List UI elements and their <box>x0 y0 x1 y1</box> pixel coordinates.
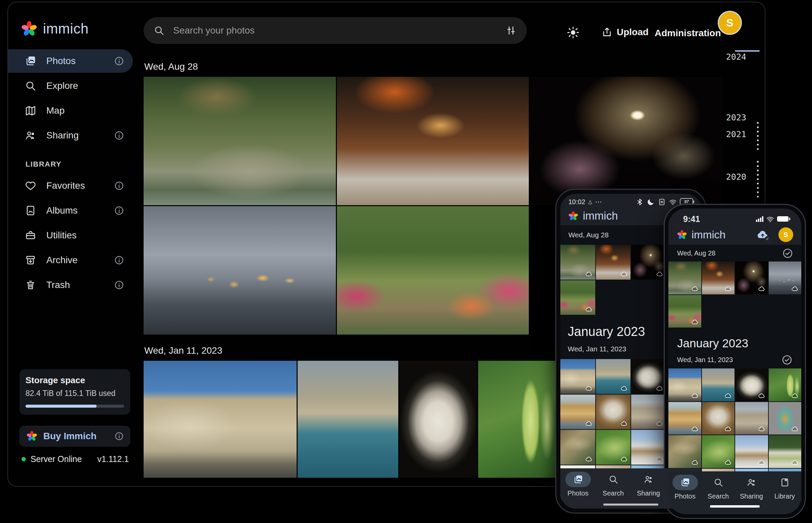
app-title: immich <box>43 21 89 37</box>
sidebar-item-albums[interactable]: Albums <box>8 199 133 222</box>
search-placeholder: Search your photos <box>173 25 497 36</box>
timeline-year-2023[interactable]: 2023 <box>715 113 746 122</box>
timeline-year-2021[interactable]: 2021 <box>715 129 746 139</box>
photo-thumbnail-dinner[interactable] <box>702 262 735 294</box>
photo-thumbnail-bust[interactable] <box>399 361 478 478</box>
photo-thumbnail-ruins[interactable] <box>735 402 768 435</box>
info-icon[interactable] <box>114 56 124 66</box>
cloud-sync-icon <box>620 270 628 278</box>
photo-thumbnail-hands[interactable] <box>144 206 336 335</box>
nav-tab-search[interactable]: Search <box>706 475 731 500</box>
sidebar-item-utilities[interactable]: Utilities <box>8 223 133 247</box>
info-icon[interactable] <box>114 280 124 290</box>
sidebar-item-label: Sharing <box>46 130 79 141</box>
search-input[interactable]: Search your photos <box>144 17 527 44</box>
photo-thumbnail-path[interactable] <box>560 280 595 315</box>
info-icon[interactable] <box>114 205 124 216</box>
cloud-sync-icon <box>656 270 664 278</box>
cloud-sync-icon <box>585 384 593 392</box>
photo-thumbnail-fort[interactable] <box>668 368 701 401</box>
administration-link[interactable]: Administration <box>655 28 721 39</box>
photo-thumbnail-snowy[interactable] <box>735 435 768 468</box>
nav-tab-library[interactable]: Library <box>772 475 798 500</box>
photo-thumbnail-coast[interactable] <box>702 368 735 401</box>
timeline-year-2020[interactable]: 2020 <box>715 172 746 182</box>
app-logo[interactable]: immich <box>20 20 89 38</box>
photo-thumbnail-beach[interactable] <box>668 402 701 435</box>
photo-thumbnail-alpine[interactable] <box>769 435 801 468</box>
nav-tab-photos[interactable]: Photos <box>565 472 591 497</box>
photo-thumbnail-bust[interactable] <box>631 359 666 394</box>
photo-thumbnail-berry[interactable] <box>769 368 801 401</box>
photo-thumbnail-lizrock[interactable] <box>668 435 701 468</box>
user-avatar[interactable]: S <box>718 11 742 35</box>
buy-immich-button[interactable]: Buy Immich <box>19 426 130 447</box>
photo-thumbnail-hands[interactable] <box>769 262 801 294</box>
cloud-sync-icon <box>691 425 699 433</box>
photo-thumbnail-lizmoss[interactable] <box>596 430 631 465</box>
photo-thumbnail-berry[interactable] <box>478 361 558 478</box>
photo-thumbnail-lizrock[interactable] <box>560 430 595 465</box>
home-indicator[interactable] <box>710 505 760 508</box>
photo-thumbnail-tower[interactable] <box>769 402 801 435</box>
photo-thumbnail-bust[interactable] <box>735 368 768 401</box>
heart-icon <box>25 180 36 192</box>
photo-thumbnail-path[interactable] <box>668 295 701 328</box>
sidebar-item-map[interactable]: Map <box>8 99 133 122</box>
sidebar-item-favorites[interactable]: Favorites <box>8 174 133 197</box>
timeline-scrubber-position[interactable] <box>735 50 760 52</box>
photo-thumbnail-sculpt[interactable] <box>596 395 631 430</box>
info-icon[interactable] <box>114 130 124 141</box>
photo-thumbnail-dinner[interactable] <box>337 77 529 205</box>
library-section-heading: LIBRARY <box>25 160 142 169</box>
backup-cloud-icon[interactable]: ✓ <box>756 228 769 241</box>
status-time: 10:02 <box>568 198 585 206</box>
sidebar-item-explore[interactable]: Explore <box>8 74 133 97</box>
select-all-check-icon[interactable] <box>781 354 793 365</box>
timeline-year-2024[interactable]: 2024 <box>715 52 746 62</box>
immich-flower-icon <box>676 229 688 240</box>
photo-thumbnail-coast[interactable] <box>298 361 398 478</box>
info-icon[interactable] <box>115 431 124 441</box>
photo-thumbnail-ruins[interactable] <box>631 395 666 430</box>
photo-thumbnail-zoo[interactable] <box>668 262 701 294</box>
photo-thumbnail-beach[interactable] <box>560 395 595 430</box>
info-icon[interactable] <box>114 181 124 191</box>
sidebar-item-sharing[interactable]: Sharing <box>8 124 133 147</box>
photo-thumbnail-fire[interactable] <box>631 245 666 279</box>
cloud-sync-icon <box>724 285 732 293</box>
nav-tab-photos[interactable]: Photos <box>672 475 698 500</box>
photo-thumbnail-zoo[interactable] <box>144 77 336 205</box>
theme-toggle-sun-icon[interactable] <box>566 26 580 39</box>
sidebar-main-nav: PhotosExploreMapSharing <box>8 49 142 147</box>
photo-thumbnail-sculpt[interactable] <box>702 402 735 435</box>
sidebar-item-archive[interactable]: Archive <box>8 249 133 272</box>
photo-thumbnail-dinner[interactable] <box>596 245 631 279</box>
cloud-sync-icon <box>585 420 593 428</box>
photo-thumbnail-zoo[interactable] <box>560 245 595 279</box>
upload-button[interactable]: Upload <box>601 26 649 38</box>
photo-thumbnail-lizmoss[interactable] <box>702 435 735 468</box>
nav-tab-sharing[interactable]: Sharing <box>636 472 661 497</box>
photo-thumbnail-path[interactable] <box>337 206 529 335</box>
cloud-sync-icon <box>791 425 799 433</box>
cloud-sync-icon <box>620 384 628 392</box>
photo-thumbnail-coast[interactable] <box>596 359 631 394</box>
select-all-check-icon[interactable] <box>782 248 793 259</box>
info-icon[interactable] <box>114 255 124 265</box>
photo-thumbnail-snowy[interactable] <box>631 430 666 465</box>
photo-thumbnail-fort[interactable] <box>560 359 595 394</box>
sidebar-item-trash[interactable]: Trash <box>8 273 133 297</box>
photo-thumbnail-fort[interactable] <box>144 361 297 478</box>
nav-tab-search[interactable]: Search <box>601 472 626 497</box>
sidebar-item-photos[interactable]: Photos <box>8 49 133 73</box>
photo-thumbnail-fire[interactable] <box>735 262 768 294</box>
photos-icon <box>25 55 36 67</box>
home-indicator[interactable] <box>603 504 658 506</box>
nav-tab-label: Search <box>708 492 729 500</box>
filter-icon[interactable] <box>505 25 517 36</box>
nav-tab-sharing[interactable]: Sharing <box>739 475 764 500</box>
library-icon <box>772 475 798 490</box>
photo-thumbnail-fire[interactable] <box>530 77 722 205</box>
user-avatar[interactable]: S <box>778 227 793 242</box>
